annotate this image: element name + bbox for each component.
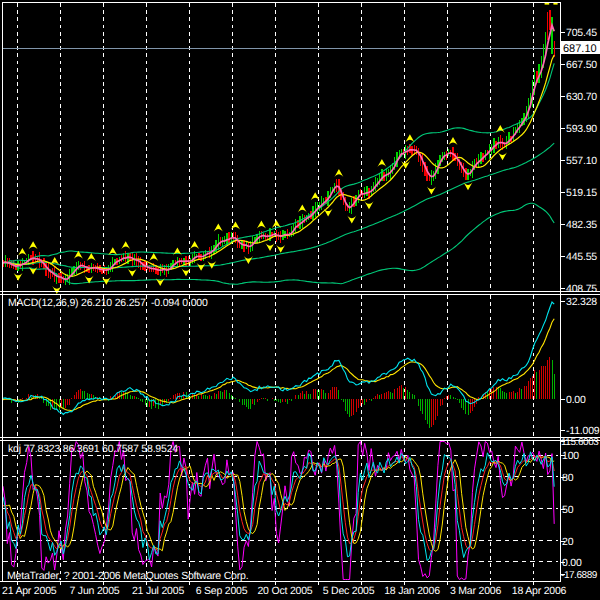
svg-text:519.15: 519.15 <box>566 187 597 199</box>
svg-text:705.45: 705.45 <box>566 27 597 39</box>
svg-text:18 Jan 2006: 18 Jan 2006 <box>384 585 440 597</box>
svg-text:50: 50 <box>562 504 574 516</box>
svg-text:kdj 77.8323 86.3691 60.7587 58: kdj 77.8323 86.3691 60.7587 58.9524 <box>8 443 178 455</box>
svg-text:557.10: 557.10 <box>566 155 597 167</box>
svg-text:6 Sep 2005: 6 Sep 2005 <box>196 585 248 597</box>
svg-text:630.70: 630.70 <box>566 91 597 103</box>
svg-text:18 Apr 2006: 18 Apr 2006 <box>512 585 567 597</box>
svg-text:445.55: 445.55 <box>566 251 597 263</box>
svg-text:0.00: 0.00 <box>562 557 582 569</box>
svg-text:32.328: 32.328 <box>566 296 597 308</box>
svg-text:-11.009: -11.009 <box>566 425 600 437</box>
svg-text:3 Mar 2006: 3 Mar 2006 <box>450 585 501 597</box>
svg-text:-17.6889: -17.6889 <box>561 570 598 581</box>
svg-text:5 Dec 2005: 5 Dec 2005 <box>323 585 375 597</box>
svg-text:MACD(12,26,9) 26.210 26.257 -: MACD(12,26,9) 26.210 26.257 -0.094 0.000 <box>8 297 208 309</box>
svg-text:593.90: 593.90 <box>566 123 597 135</box>
svg-text:20 Oct 2005: 20 Oct 2005 <box>257 585 312 597</box>
svg-text:100: 100 <box>562 450 579 462</box>
svg-text:667.50: 667.50 <box>566 59 597 71</box>
svg-text:0.00: 0.00 <box>566 394 586 406</box>
svg-text:80: 80 <box>562 472 574 484</box>
svg-text:21 Jul 2005: 21 Jul 2005 <box>132 585 184 597</box>
svg-text:482.35: 482.35 <box>566 219 597 231</box>
svg-text:MetaTrader, ? 2001-2006 MetaQu: MetaTrader, ? 2001-2006 MetaQuotes Softw… <box>7 570 248 582</box>
svg-text:687.10: 687.10 <box>563 43 597 55</box>
svg-text:21 Apr 2005: 21 Apr 2005 <box>2 585 57 597</box>
svg-text:20: 20 <box>562 536 574 548</box>
svg-text:408.75: 408.75 <box>566 283 597 295</box>
svg-text:7 Jun 2005: 7 Jun 2005 <box>70 585 120 597</box>
svg-text:115.6003: 115.6003 <box>561 437 599 448</box>
